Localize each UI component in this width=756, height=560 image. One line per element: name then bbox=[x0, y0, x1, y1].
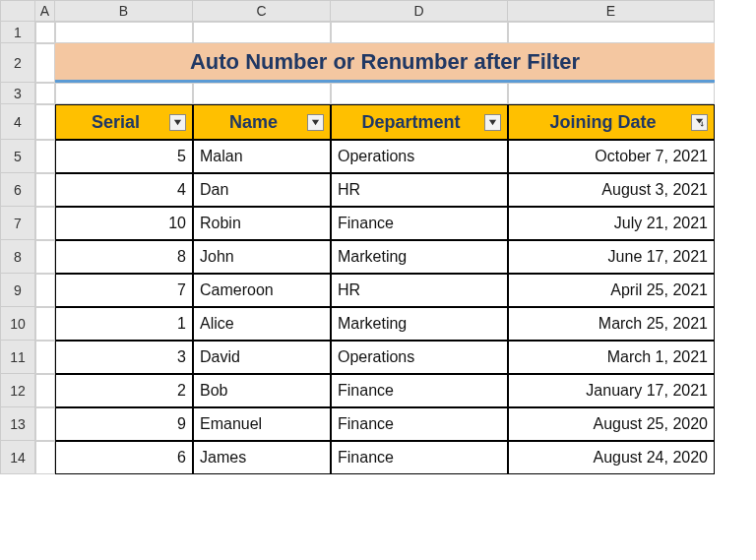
table-cell-serial[interactable]: 7 bbox=[55, 274, 193, 307]
column-header[interactable]: D bbox=[331, 0, 508, 22]
table-cell-department[interactable]: Operations bbox=[331, 341, 508, 374]
table-cell-name[interactable]: Bob bbox=[193, 374, 331, 407]
row-header[interactable]: 14 bbox=[0, 441, 35, 474]
row-header[interactable]: 9 bbox=[0, 274, 35, 307]
table-cell-department[interactable]: Marketing bbox=[331, 240, 508, 274]
cell-value: John bbox=[200, 248, 234, 266]
cell-value: 6 bbox=[177, 449, 186, 467]
table-cell-joining_date[interactable]: August 24, 2020 bbox=[508, 441, 715, 474]
cell-blank bbox=[55, 83, 193, 104]
table-cell-joining_date[interactable]: July 21, 2021 bbox=[508, 207, 715, 240]
row-header[interactable]: 5 bbox=[0, 140, 35, 173]
cell-blank bbox=[35, 43, 55, 83]
table-cell-joining_date[interactable]: August 3, 2021 bbox=[508, 173, 715, 207]
table-cell-name[interactable]: Malan bbox=[193, 140, 331, 173]
table-cell-joining_date[interactable]: March 1, 2021 bbox=[508, 341, 715, 374]
table-cell-serial[interactable]: 1 bbox=[55, 307, 193, 341]
header-label: Name bbox=[200, 112, 307, 133]
cell-value: March 25, 2021 bbox=[598, 315, 708, 333]
table-cell-department[interactable]: Finance bbox=[331, 374, 508, 407]
cell-blank bbox=[35, 207, 55, 240]
table-cell-name[interactable]: David bbox=[193, 341, 331, 374]
cell-value: 5 bbox=[177, 148, 186, 165]
table-cell-name[interactable]: Alice bbox=[193, 307, 331, 341]
cell-value: David bbox=[200, 348, 240, 366]
row-header[interactable]: 11 bbox=[0, 341, 35, 374]
table-cell-serial[interactable]: 8 bbox=[55, 240, 193, 274]
row-header[interactable]: 3 bbox=[0, 83, 35, 104]
table-header-name[interactable]: Name bbox=[193, 104, 331, 140]
table-cell-joining_date[interactable]: June 17, 2021 bbox=[508, 240, 715, 274]
sort-filter-icon[interactable] bbox=[691, 114, 708, 131]
table-header-department[interactable]: Department bbox=[331, 104, 508, 140]
table-cell-name[interactable]: Dan bbox=[193, 173, 331, 207]
table-header-joining_date[interactable]: Joining Date bbox=[508, 104, 715, 140]
column-header[interactable]: C bbox=[193, 0, 331, 22]
cell-value: Cameroon bbox=[200, 281, 274, 299]
table-cell-department[interactable]: HR bbox=[331, 173, 508, 207]
row-header[interactable]: 8 bbox=[0, 240, 35, 274]
table-cell-department[interactable]: Finance bbox=[331, 441, 508, 474]
row-header[interactable]: 10 bbox=[0, 307, 35, 341]
table-cell-serial[interactable]: 9 bbox=[55, 407, 193, 441]
cell-blank bbox=[55, 22, 193, 43]
cell-value: August 3, 2021 bbox=[601, 181, 708, 199]
row-header[interactable]: 1 bbox=[0, 22, 35, 43]
cell-blank bbox=[35, 307, 55, 341]
row-header[interactable]: 4 bbox=[0, 104, 35, 140]
table-header-serial[interactable]: Serial bbox=[55, 104, 193, 140]
cell-blank bbox=[35, 441, 55, 474]
table-cell-joining_date[interactable]: October 7, 2021 bbox=[508, 140, 715, 173]
table-cell-joining_date[interactable]: April 25, 2021 bbox=[508, 274, 715, 307]
cell-value: 7 bbox=[177, 281, 186, 299]
row-header[interactable]: 6 bbox=[0, 173, 35, 207]
cell-value: HR bbox=[338, 181, 360, 199]
cell-value: Operations bbox=[338, 348, 414, 366]
cell-value: April 25, 2021 bbox=[610, 281, 708, 299]
table-cell-serial[interactable]: 10 bbox=[55, 207, 193, 240]
row-header[interactable]: 2 bbox=[0, 43, 35, 83]
table-cell-department[interactable]: HR bbox=[331, 274, 508, 307]
cell-blank bbox=[508, 83, 715, 104]
cell-value: 1 bbox=[177, 315, 186, 333]
table-cell-name[interactable]: Cameroon bbox=[193, 274, 331, 307]
table-cell-name[interactable]: Emanuel bbox=[193, 407, 331, 441]
cell-blank bbox=[35, 104, 55, 140]
table-cell-joining_date[interactable]: January 17, 2021 bbox=[508, 374, 715, 407]
table-cell-department[interactable]: Operations bbox=[331, 140, 508, 173]
table-cell-serial[interactable]: 4 bbox=[55, 173, 193, 207]
cell-value: Bob bbox=[200, 382, 227, 400]
title-banner: Auto Number or Renumber after Filter bbox=[55, 43, 715, 83]
table-cell-serial[interactable]: 5 bbox=[55, 140, 193, 173]
cell-blank bbox=[35, 407, 55, 441]
select-all-corner[interactable] bbox=[0, 0, 35, 22]
filter-dropdown-icon[interactable] bbox=[307, 114, 324, 131]
table-cell-joining_date[interactable]: March 25, 2021 bbox=[508, 307, 715, 341]
cell-blank bbox=[193, 22, 331, 43]
table-cell-name[interactable]: James bbox=[193, 441, 331, 474]
row-header[interactable]: 7 bbox=[0, 207, 35, 240]
cell-blank bbox=[193, 83, 331, 104]
row-header[interactable]: 13 bbox=[0, 407, 35, 441]
table-cell-serial[interactable]: 2 bbox=[55, 374, 193, 407]
cell-blank bbox=[35, 374, 55, 407]
column-header[interactable]: B bbox=[55, 0, 193, 22]
table-cell-serial[interactable]: 6 bbox=[55, 441, 193, 474]
column-header[interactable]: A bbox=[35, 0, 55, 22]
table-cell-joining_date[interactable]: August 25, 2020 bbox=[508, 407, 715, 441]
table-cell-name[interactable]: Robin bbox=[193, 207, 331, 240]
filter-dropdown-icon[interactable] bbox=[169, 114, 186, 131]
filter-dropdown-icon[interactable] bbox=[484, 114, 501, 131]
table-cell-department[interactable]: Finance bbox=[331, 407, 508, 441]
table-cell-department[interactable]: Marketing bbox=[331, 307, 508, 341]
header-label: Serial bbox=[62, 112, 169, 133]
cell-value: Finance bbox=[338, 415, 394, 433]
column-header[interactable]: E bbox=[508, 0, 715, 22]
cell-value: January 17, 2021 bbox=[586, 382, 708, 400]
row-header[interactable]: 12 bbox=[0, 374, 35, 407]
table-cell-department[interactable]: Finance bbox=[331, 207, 508, 240]
cell-value: 9 bbox=[177, 415, 186, 433]
table-cell-serial[interactable]: 3 bbox=[55, 341, 193, 374]
cell-blank bbox=[35, 140, 55, 173]
table-cell-name[interactable]: John bbox=[193, 240, 331, 274]
